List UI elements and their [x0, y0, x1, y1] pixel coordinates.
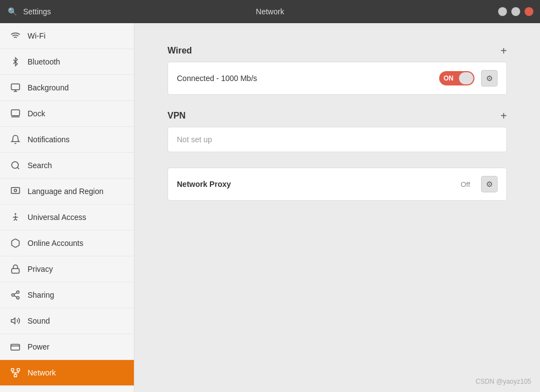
sidebar-item-notifications[interactable]: Notifications [0, 127, 134, 153]
titlebar-left: 🔍 Settings [7, 6, 51, 17]
sidebar-label-dock: Dock [28, 109, 45, 118]
window-controls [498, 7, 533, 16]
sidebar-item-network[interactable]: Network [0, 360, 134, 386]
sidebar-label-privacy: Privacy [28, 265, 53, 273]
sidebar-label-power: Power [28, 342, 50, 351]
sound-icon [10, 315, 21, 326]
sidebar-item-power[interactable]: Power [0, 334, 134, 360]
sidebar-label-search: Search [28, 161, 52, 170]
titlebar-search-icon[interactable]: 🔍 [7, 6, 18, 17]
toggle-on-label: ON [439, 72, 458, 84]
wired-add-button[interactable]: + [500, 45, 507, 56]
svg-line-15 [14, 296, 17, 297]
vpn-card: Not set up [168, 127, 507, 152]
sidebar: Wi-Fi Bluetooth Background Dock Notifica [0, 23, 134, 392]
titlebar-settings-label: Settings [23, 7, 51, 16]
svg-rect-11 [12, 269, 19, 273]
vpn-card-row: Not set up [168, 127, 506, 152]
bell-icon [10, 134, 21, 145]
minimize-button[interactable] [498, 7, 507, 16]
wired-settings-button[interactable]: ⚙ [481, 70, 498, 87]
wired-card-row: Connected - 1000 Mb/s ON ⚙ [168, 62, 506, 94]
vpn-section: VPN + Not set up [168, 110, 507, 152]
svg-point-13 [12, 294, 14, 297]
vpn-section-title: VPN [168, 111, 186, 121]
close-button[interactable] [525, 7, 533, 16]
vpn-add-button[interactable]: + [500, 110, 507, 121]
language-icon [10, 186, 21, 197]
svg-rect-21 [17, 369, 20, 372]
svg-rect-1 [12, 84, 20, 90]
sidebar-label-notifications: Notifications [28, 135, 69, 144]
svg-point-10 [15, 213, 16, 214]
vpn-section-header: VPN + [168, 110, 507, 121]
sharing-icon [10, 289, 21, 300]
sidebar-label-background: Background [28, 83, 69, 92]
wired-card: Connected - 1000 Mb/s ON ⚙ [168, 62, 507, 95]
svg-line-7 [17, 167, 19, 169]
online-accounts-icon [10, 238, 21, 249]
sidebar-item-devices[interactable]: Devices › [0, 386, 134, 392]
main-layout: Wi-Fi Bluetooth Background Dock Notifica [0, 23, 540, 392]
sidebar-item-sound[interactable]: Sound [0, 308, 134, 334]
proxy-section: Network Proxy Off ⚙ [168, 168, 507, 201]
sidebar-label-language: Language and Region [28, 187, 104, 196]
vpn-not-setup-label: Not set up [177, 135, 498, 144]
sidebar-item-privacy[interactable]: Privacy [0, 256, 134, 282]
titlebar-page-title: Network [256, 7, 284, 16]
svg-rect-4 [12, 110, 20, 116]
bluetooth-icon [10, 56, 21, 67]
maximize-button[interactable] [511, 7, 520, 16]
wifi-icon [10, 30, 21, 41]
proxy-card[interactable]: Network Proxy Off ⚙ [168, 168, 507, 201]
svg-point-6 [12, 162, 18, 168]
svg-point-9 [14, 189, 17, 192]
sidebar-label-sound: Sound [28, 316, 50, 325]
svg-rect-22 [14, 374, 17, 377]
svg-point-12 [17, 291, 19, 294]
power-icon [10, 341, 21, 352]
sidebar-label-bluetooth: Bluetooth [28, 57, 60, 66]
wired-section-header: Wired + [168, 45, 507, 56]
proxy-card-row: Network Proxy Off ⚙ [168, 168, 506, 200]
watermark: CSDN @yaoyz105 [476, 378, 531, 385]
sidebar-label-online-accounts: Online Accounts [28, 239, 83, 248]
wired-section: Wired + Connected - 1000 Mb/s ON ⚙ [168, 45, 507, 95]
svg-rect-18 [11, 345, 20, 351]
sidebar-label-network: Network [28, 368, 56, 377]
svg-rect-8 [12, 187, 20, 194]
wired-toggle[interactable]: ON [439, 71, 474, 85]
svg-point-14 [17, 297, 19, 299]
proxy-settings-button[interactable]: ⚙ [481, 176, 498, 192]
sidebar-item-language[interactable]: Language and Region [0, 179, 134, 205]
sidebar-item-sharing[interactable]: Sharing [0, 282, 134, 308]
search-icon [10, 160, 21, 171]
sidebar-label-universal-access: Universal Access [28, 213, 87, 222]
wired-section-title: Wired [168, 46, 192, 56]
sidebar-label-wifi: Wi-Fi [28, 31, 46, 40]
sidebar-item-dock[interactable]: Dock [0, 101, 134, 127]
privacy-icon [10, 264, 21, 275]
svg-rect-20 [12, 369, 14, 372]
sidebar-item-wifi[interactable]: Wi-Fi [0, 23, 134, 49]
dock-icon [10, 108, 21, 119]
titlebar: 🔍 Settings Network [0, 0, 540, 23]
proxy-status: Off [461, 180, 470, 189]
sidebar-label-sharing: Sharing [28, 291, 54, 299]
content-area: Wired + Connected - 1000 Mb/s ON ⚙ VPN + [134, 23, 540, 392]
network-icon [10, 367, 21, 378]
sidebar-item-background[interactable]: Background [0, 75, 134, 101]
proxy-label: Network Proxy [177, 180, 454, 189]
sidebar-item-online-accounts[interactable]: Online Accounts [0, 230, 134, 256]
sidebar-item-universal-access[interactable]: Universal Access [0, 205, 134, 230]
universal-access-icon [10, 212, 21, 223]
background-icon [10, 82, 21, 93]
svg-line-16 [14, 293, 17, 294]
sidebar-item-search[interactable]: Search [0, 153, 134, 179]
wired-connection-label: Connected - 1000 Mb/s [177, 74, 433, 83]
sidebar-item-bluetooth[interactable]: Bluetooth [0, 49, 134, 75]
svg-marker-17 [12, 318, 15, 324]
toggle-knob [459, 72, 473, 84]
